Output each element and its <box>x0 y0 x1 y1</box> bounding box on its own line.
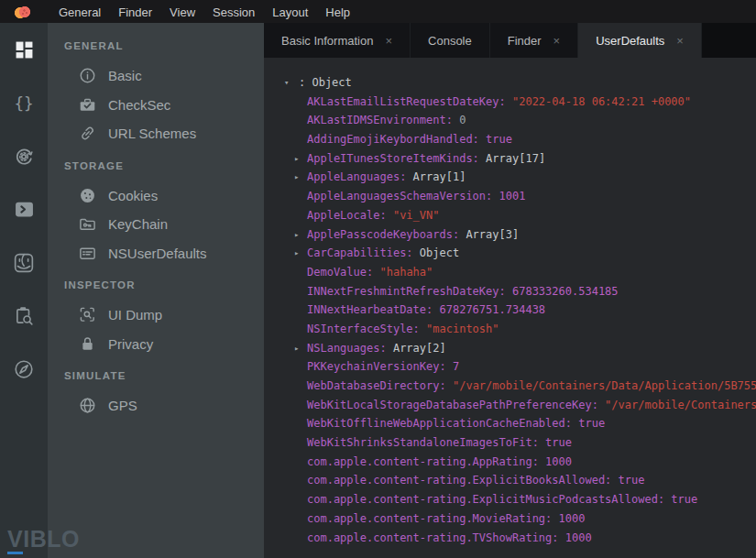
tab-finder[interactable]: Finder× <box>490 23 578 58</box>
tree-row[interactable]: INNextFreshmintRefreshDateKey: 678333260… <box>264 282 756 301</box>
passionfruit-logo-icon[interactable] <box>15 5 31 19</box>
menu-item-help[interactable]: Help <box>325 5 350 19</box>
menu-item-layout[interactable]: Layout <box>272 5 308 19</box>
tree-key: com.apple.content-rating.TVShowRating: <box>307 531 565 544</box>
tab-userdefaults[interactable]: UserDefaults× <box>578 23 702 58</box>
section-label-simulate: SIMULATE <box>48 358 264 391</box>
tree-row[interactable]: WebKitShrinksStandaloneImagesToFit: true <box>264 433 756 453</box>
tree-row[interactable]: com.apple.content-rating.ExplicitBooksAl… <box>264 471 756 490</box>
tree-value: "hahaha" <box>379 266 433 279</box>
tab-console[interactable]: Console <box>411 23 490 58</box>
tree-key: WebDatabaseDirectory: <box>307 379 453 392</box>
tree-row[interactable]: com.apple.content-rating.ExplicitMusicPo… <box>264 490 756 509</box>
tree-value: true <box>545 436 572 449</box>
tree-row[interactable]: ▸ApplePasscodeKeyboards: Array[3] <box>264 225 756 245</box>
terminal-button[interactable] <box>13 198 36 221</box>
tree-key: WebKitLocalStorageDatabasePathPreference… <box>307 399 605 411</box>
menu-item-finder[interactable]: Finder <box>118 5 152 19</box>
menu-item-view[interactable]: View <box>170 5 195 19</box>
tree-row[interactable]: AddingEmojiKeybordHandled: true <box>264 130 756 149</box>
tree-key: com.apple.content-rating.ExplicitBooksAl… <box>307 474 619 487</box>
tree-row[interactable]: INNextHearbeatDate: 678276751.734438 <box>264 301 756 320</box>
clipboard-search-icon <box>14 306 34 326</box>
tree-row[interactable]: AppleLanguagesSchemaVersion: 1001 <box>264 187 756 206</box>
dashboard-icon <box>15 40 34 60</box>
caret-right-icon[interactable]: ▸ <box>294 149 299 169</box>
sidebar-item-privacy[interactable]: Privacy <box>48 330 264 359</box>
section-label-general: GENERAL <box>48 28 264 61</box>
tree-row[interactable]: WebDatabaseDirectory: "/var/mobile/Conta… <box>264 377 756 396</box>
tab-label: UserDefaults <box>596 34 664 48</box>
compass-button[interactable] <box>13 357 36 380</box>
sidebar-item-url-schemes[interactable]: URL Schemes <box>48 119 264 148</box>
tree-view: ▾: ObjectAKLastEmailListRequestDateKey: … <box>264 58 756 558</box>
tree-row[interactable]: AKLastEmailListRequestDateKey: "2022-04-… <box>264 93 756 112</box>
activity-bar: {} <box>0 23 48 558</box>
braces-button[interactable]: {} <box>13 92 36 115</box>
tree-value: Array[2] <box>393 342 446 355</box>
tree-value: 1000 <box>559 512 586 525</box>
sidebar-item-ui-dump[interactable]: UI Dump <box>48 301 264 330</box>
sidebar-item-keychain[interactable]: KeyChain <box>48 210 264 239</box>
tree-row[interactable]: com.apple.content-rating.AppRating: 1000 <box>264 453 756 472</box>
dashboard-button[interactable] <box>13 38 36 61</box>
tree-row[interactable]: ▸AppleITunesStoreItemKinds: Array[17] <box>264 149 756 169</box>
tree-value: "macintosh" <box>426 323 499 335</box>
caret-right-icon[interactable]: ▸ <box>294 168 299 187</box>
tree-row[interactable]: NSInterfaceStyle: "macintosh" <box>264 320 756 339</box>
caret-down-icon[interactable]: ▾ <box>284 73 289 93</box>
tree-row[interactable]: AppleLocale: "vi_VN" <box>264 206 756 225</box>
caret-right-icon[interactable]: ▸ <box>294 339 299 358</box>
menu-item-session[interactable]: Session <box>213 5 255 19</box>
sidebar-item-basic[interactable]: Basic <box>48 61 264 91</box>
folder-key-icon <box>79 215 96 233</box>
cookie-icon <box>79 187 96 204</box>
section-label-inspector: INSPECTOR <box>48 268 264 301</box>
braces-icon: {} <box>14 93 34 114</box>
tree-key: AKLastIDMSEnvironment: <box>307 114 459 126</box>
tree-row[interactable]: com.apple.content-rating.MovieRating: 10… <box>264 509 756 529</box>
tree-row[interactable]: PKKeychainVersionKey: 7 <box>264 357 756 377</box>
tree-value: Array[17] <box>486 152 545 165</box>
gear-refresh-button[interactable] <box>13 145 36 168</box>
tree-value: Array[1] <box>413 170 466 183</box>
caret-right-icon[interactable]: ▸ <box>294 244 299 263</box>
tree-value: "/var/mobile/Containers/Data/Application… <box>453 379 756 392</box>
tree-root-row[interactable]: ▾: Object <box>264 73 756 93</box>
briefcase-check-icon <box>79 96 96 114</box>
tree-key: AppleLanguages: <box>307 170 413 183</box>
tree-row[interactable]: com.apple.content-rating.TVShowRating: 1… <box>264 529 756 548</box>
tree-key: AppleLocale: <box>307 209 393 222</box>
sidebar-item-gps[interactable]: GPS <box>48 391 264 421</box>
sidebar-item-checksec[interactable]: CheckSec <box>48 91 264 120</box>
menu-item-general[interactable]: General <box>59 5 101 19</box>
tree-value: "vi_VN" <box>393 209 440 222</box>
close-tab-icon[interactable]: × <box>676 34 684 48</box>
tree-key: com.apple.content-rating.MovieRating: <box>307 512 559 525</box>
menubar: GeneralFinderViewSessionLayoutHelp <box>0 0 756 23</box>
tree-value: "2022-04-18 06:42:21 +0000" <box>512 95 691 108</box>
tree-value: 0 <box>459 114 466 126</box>
finder-face-button[interactable] <box>13 251 36 274</box>
sidebar-item-cookies[interactable]: Cookies <box>48 181 264 211</box>
tree-row[interactable]: DemoValue: "hahaha" <box>264 263 756 282</box>
tree-row[interactable]: ▸CarCapabilities: Object <box>264 244 756 263</box>
sidebar-item-nsuserdefaults[interactable]: NSUserDefaults <box>48 239 264 268</box>
close-tab-icon[interactable]: × <box>553 34 561 48</box>
main-pane: Basic Information×ConsoleFinder×UserDefa… <box>264 23 756 558</box>
tab-basic-information[interactable]: Basic Information× <box>264 23 411 58</box>
close-tab-icon[interactable]: × <box>385 34 392 48</box>
tree-row[interactable]: AKLastIDMSEnvironment: 0 <box>264 111 756 130</box>
clipboard-search-button[interactable] <box>13 304 36 327</box>
tree-row[interactable]: ▸NSLanguages: Array[2] <box>264 339 756 358</box>
sidebar-item-label: URL Schemes <box>108 126 196 141</box>
sidebar-section-storage: STORAGECookiesKeyChainNSUserDefaults <box>48 148 264 268</box>
caret-right-icon[interactable]: ▸ <box>294 225 299 245</box>
link-icon <box>79 125 96 142</box>
tree-row[interactable]: WebKitLocalStorageDatabasePathPreference… <box>264 396 756 415</box>
terminal-icon <box>14 200 35 219</box>
tree-row[interactable]: WebKitOfflineWebApplicationCacheEnabled:… <box>264 414 756 433</box>
tree-value: true <box>671 493 697 506</box>
tree-row[interactable]: ▸AppleLanguages: Array[1] <box>264 168 756 187</box>
tree-value: "/var/mobile/Containers <box>605 399 756 411</box>
